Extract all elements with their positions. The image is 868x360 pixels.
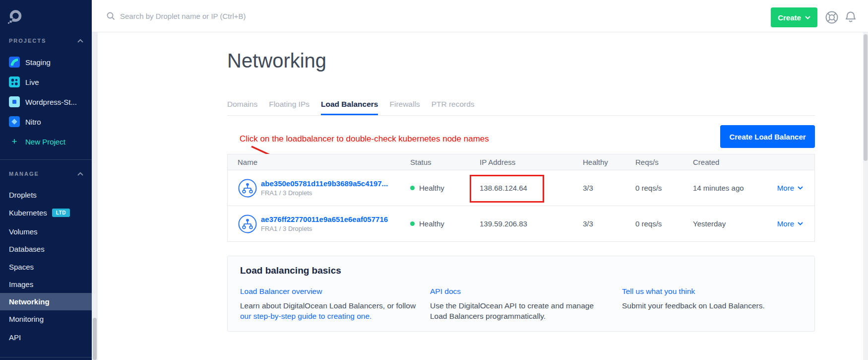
create-button-label: Create [778,13,801,22]
load-balancer-name-link[interactable]: ae376ff22770011e9a651e6eaf057716 [261,215,388,223]
new-project-label: New Project [25,138,65,146]
basics-text: Use the DigitalOcean API to create and m… [430,300,594,321]
column-header-created: Created [693,158,776,166]
sidebar-project-staging[interactable]: Staging [0,56,92,69]
topbar: Create [92,0,868,32]
sidebar-item-label: Droplets [9,191,37,199]
basics-title: Load balancing basics [240,265,341,276]
basics-column-api: API docs Use the DigitalOcean API to cre… [430,286,594,321]
sidebar-item-label: Monitoring [9,315,44,323]
status-label: Healthy [419,219,444,228]
page-scrollbar-thumb[interactable] [864,34,868,161]
chevron-up-icon [77,172,84,176]
feedback-link[interactable]: Tell us what you think [622,286,695,296]
sidebar-project-live[interactable]: Live [0,75,92,88]
sidebar-item-databases[interactable]: Databases [0,243,92,254]
healthy-status-dot [410,221,415,226]
load-balancer-icon [238,179,257,198]
sidebar-divider [0,159,92,160]
basics-column-feedback: Tell us what you think Submit your feedb… [622,286,801,311]
new-project-button[interactable]: + New Project [0,135,92,148]
tab-floating-ips[interactable]: Floating IPs [269,100,310,115]
column-header-healthy: Healthy [583,158,635,166]
sidebar-scrollbar-thumb[interactable] [93,318,97,360]
sidebar-item-kubernetes[interactable]: Kubernetes LTD [0,207,92,218]
more-menu-button[interactable]: More [776,219,814,228]
status-label: Healthy [419,184,444,192]
more-label: More [777,219,794,228]
ip-address-value: 138.68.124.64 [480,184,583,192]
chevron-down-icon [798,186,803,190]
manage-section-header[interactable]: MANAGE [9,171,84,177]
sidebar-item-label: Kubernetes [9,209,47,217]
load-balancer-table: Name Status IP Address Healthy Reqs/s Cr… [227,154,815,242]
load-balancer-icon [238,215,257,233]
healthy-status-dot [410,186,415,190]
api-docs-link[interactable]: API docs [430,286,461,296]
projects-section-header[interactable]: PROJECTS [9,38,84,44]
search-icon [107,12,115,20]
created-value: 14 minutes ago [693,184,776,192]
ip-address-value: 139.59.206.83 [480,219,583,228]
plus-icon: + [9,136,20,147]
digitalocean-control-panel: PROJECTS Staging Live [0,0,868,360]
column-header-ip: IP Address [480,158,583,166]
basics-text: Learn about DigitalOcean Load Balancers,… [240,301,416,310]
load-balancer-region: FRA1 / 3 Droplets [261,225,388,232]
tab-ptr-records[interactable]: PTR records [432,100,475,115]
load-balancing-basics-card: Load balancing basics Load Balancer over… [227,256,815,332]
requests-value: 0 reqs/s [635,219,693,228]
sidebar-item-images[interactable]: Images [0,279,92,289]
sidebar-item-label: API [9,333,21,342]
sidebar-scrollbar [92,0,98,360]
staging-project-icon [9,57,20,68]
basics-column-overview: Load Balancer overview Learn about Digit… [240,286,443,321]
tab-domains[interactable]: Domains [227,100,257,115]
healthy-count: 3/3 [583,184,635,192]
load-balancer-overview-link[interactable]: Load Balancer overview [240,286,322,296]
sidebar-item-api[interactable]: API [0,332,92,343]
step-by-step-guide-link[interactable]: our step-by-step guide to creating one. [240,312,372,320]
healthy-count: 3/3 [583,219,635,228]
tab-load-balancers[interactable]: Load Balancers [321,100,378,115]
sidebar-item-volumes[interactable]: Volumes [0,226,92,237]
manage-header-label: MANAGE [9,171,39,177]
create-button[interactable]: Create [771,7,817,27]
sidebar-item-label: Networking [9,293,50,310]
search-bar [107,0,404,32]
project-label: Nitro [25,118,41,126]
notifications-bell-icon[interactable] [844,10,859,25]
help-icon[interactable] [825,10,840,25]
sidebar-project-wordpress[interactable]: Wordpress-St... [0,95,92,108]
sidebar-item-networking-active[interactable]: Networking [0,293,92,310]
basics-text: Submit your feedback on Load Balancers. [622,300,801,311]
sidebar-item-droplets[interactable]: Droplets [0,189,92,200]
requests-value: 0 reqs/s [635,184,693,192]
column-header-reqs: Reqs/s [635,158,693,166]
column-header-status: Status [410,158,480,166]
digitalocean-logo-icon[interactable] [7,9,23,27]
ltd-badge: LTD [52,209,70,217]
more-menu-button[interactable]: More [776,184,814,192]
tab-bar-border [227,115,815,116]
project-label: Live [25,78,39,86]
table-row[interactable]: ae376ff22770011e9a651e6eaf057716 FRA1 / … [227,206,815,242]
wordpress-project-icon [9,96,20,107]
chevron-down-icon [798,222,803,225]
more-label: More [777,184,794,192]
tab-firewalls[interactable]: Firewalls [389,100,420,115]
nitro-project-icon [9,116,20,127]
sidebar-item-label: Databases [9,245,45,253]
create-load-balancer-button[interactable]: Create Load Balancer [720,125,815,148]
load-balancer-name-link[interactable]: abe350e05781d11e9b3689a5c4197... [261,179,388,188]
column-header-name: Name [228,158,410,166]
sidebar-divider [0,357,92,358]
sidebar-project-nitro[interactable]: Nitro [0,115,92,128]
tab-bar: Domains Floating IPs Load Balancers Fire… [227,100,475,115]
page-scrollbar [863,32,868,360]
sidebar-item-monitoring[interactable]: Monitoring [0,313,92,324]
sidebar-item-spaces[interactable]: Spaces [0,261,92,272]
sidebar: PROJECTS Staging Live [0,0,92,360]
search-input[interactable] [120,12,388,20]
table-row[interactable]: abe350e05781d11e9b3689a5c4197... FRA1 / … [227,170,815,206]
